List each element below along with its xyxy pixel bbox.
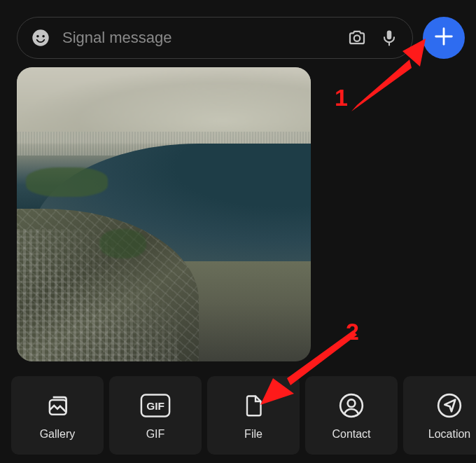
svg-text:GIF: GIF bbox=[146, 400, 164, 412]
attach-label: Gallery bbox=[40, 428, 76, 441]
message-input[interactable] bbox=[62, 29, 335, 47]
gallery-icon bbox=[42, 390, 73, 421]
mic-icon[interactable] bbox=[379, 27, 400, 48]
attach-label: Location bbox=[428, 428, 471, 441]
attach-label: GIF bbox=[146, 428, 165, 441]
contact-icon bbox=[336, 390, 367, 421]
svg-marker-14 bbox=[351, 60, 412, 111]
emoji-icon[interactable] bbox=[30, 27, 51, 48]
camera-icon[interactable] bbox=[346, 27, 368, 48]
file-icon bbox=[238, 390, 269, 421]
composer-row bbox=[0, 0, 476, 67]
svg-point-12 bbox=[348, 399, 356, 407]
annotation-step-2: 2 bbox=[346, 318, 359, 345]
attach-gallery[interactable]: Gallery bbox=[11, 376, 104, 455]
gif-icon: GIF bbox=[140, 390, 171, 421]
svg-point-3 bbox=[354, 35, 360, 41]
location-icon bbox=[434, 390, 465, 421]
attach-button[interactable] bbox=[423, 17, 465, 59]
svg-point-1 bbox=[36, 35, 39, 38]
plus-icon bbox=[432, 25, 456, 51]
attach-label: Contact bbox=[332, 428, 370, 441]
attach-location[interactable]: Location bbox=[403, 376, 476, 455]
message-composer bbox=[17, 17, 413, 59]
attach-label: File bbox=[244, 428, 262, 441]
attachment-type-row: Gallery GIF GIF File Contact Location bbox=[11, 376, 476, 455]
annotation-step-1: 1 bbox=[335, 84, 348, 111]
svg-point-0 bbox=[32, 29, 48, 46]
svg-rect-4 bbox=[387, 31, 392, 40]
attach-gif[interactable]: GIF GIF bbox=[109, 376, 202, 455]
attach-file[interactable]: File bbox=[207, 376, 300, 455]
svg-point-2 bbox=[42, 35, 45, 38]
attachment-preview[interactable] bbox=[17, 67, 311, 361]
attach-contact[interactable]: Contact bbox=[305, 376, 398, 455]
